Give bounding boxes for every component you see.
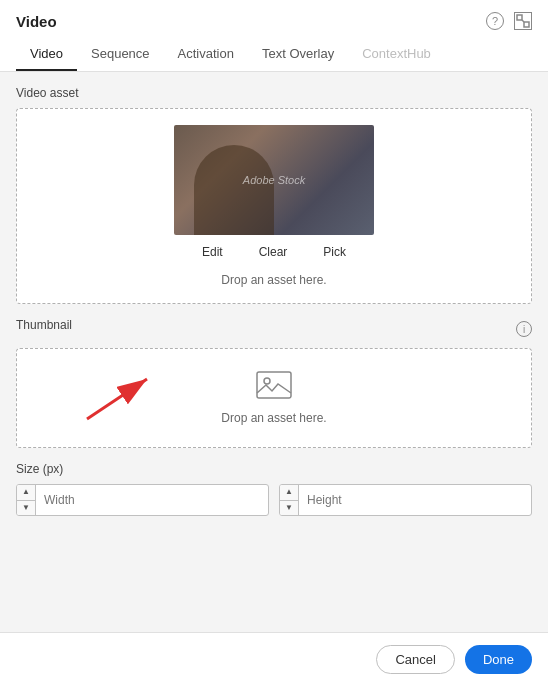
height-down-button[interactable]: ▼ (280, 501, 298, 516)
thumbnail-drop-text: Drop an asset here. (221, 411, 326, 425)
image-icon (256, 371, 292, 399)
tab-activation[interactable]: Activation (164, 40, 248, 71)
width-input-wrap: ▲ ▼ (16, 484, 269, 516)
arrow-indicator (77, 369, 167, 429)
width-up-button[interactable]: ▲ (17, 485, 35, 501)
tab-bar: Video Sequence Activation Text Overlay C… (16, 40, 532, 71)
video-asset-label: Video asset (16, 86, 532, 100)
tab-text-overlay[interactable]: Text Overlay (248, 40, 348, 71)
video-asset-drop-zone[interactable]: Edit Clear Pick Drop an asset here. (16, 108, 532, 304)
expand-icon[interactable] (514, 12, 532, 30)
svg-rect-0 (517, 15, 522, 20)
width-input[interactable] (36, 493, 268, 507)
cancel-button[interactable]: Cancel (376, 645, 454, 674)
thumbnail-info-icon[interactable]: i (516, 321, 532, 337)
svg-line-4 (87, 379, 147, 419)
svg-rect-1 (524, 22, 529, 27)
width-down-button[interactable]: ▼ (17, 501, 35, 516)
thumbnail-drop-zone[interactable]: Drop an asset here. (16, 348, 532, 448)
window-title: Video (16, 13, 57, 30)
tab-sequence[interactable]: Sequence (77, 40, 164, 71)
height-input[interactable] (299, 493, 531, 507)
help-icon[interactable]: ? (486, 12, 504, 30)
thumbnail-label: Thumbnail (16, 318, 72, 332)
clear-button[interactable]: Clear (259, 245, 288, 259)
edit-button[interactable]: Edit (202, 245, 223, 259)
size-label: Size (px) (16, 462, 532, 476)
size-inputs: ▲ ▼ ▲ ▼ (16, 484, 532, 516)
width-spinners: ▲ ▼ (17, 485, 36, 515)
pick-button[interactable]: Pick (323, 245, 346, 259)
height-up-button[interactable]: ▲ (280, 485, 298, 501)
tab-contexthub: ContextHub (348, 40, 445, 71)
video-thumbnail (174, 125, 374, 235)
svg-line-2 (522, 20, 524, 22)
svg-rect-5 (257, 372, 291, 398)
tab-video[interactable]: Video (16, 40, 77, 71)
video-drop-text: Drop an asset here. (221, 273, 326, 287)
asset-actions: Edit Clear Pick (202, 245, 346, 259)
height-spinners: ▲ ▼ (280, 485, 299, 515)
done-button[interactable]: Done (465, 645, 532, 674)
svg-point-6 (264, 378, 270, 384)
footer: Cancel Done (0, 632, 548, 686)
height-input-wrap: ▲ ▼ (279, 484, 532, 516)
